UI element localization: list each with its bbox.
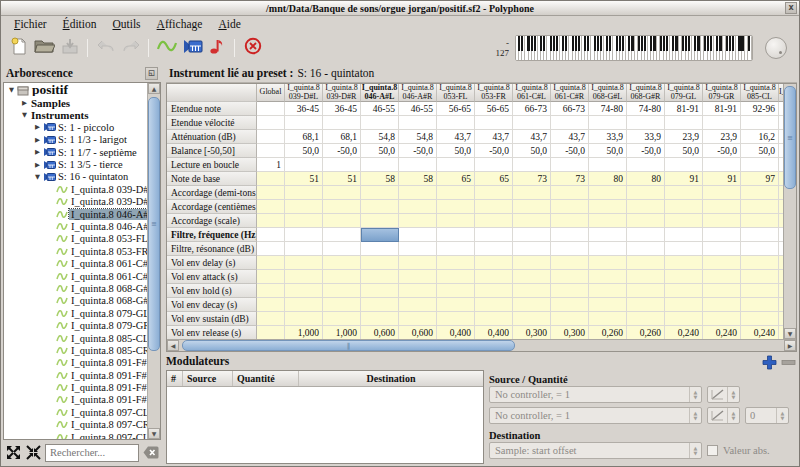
collapse-all-button[interactable] xyxy=(5,445,21,460)
table-cell[interactable]: 0,600 xyxy=(399,326,437,339)
table-cell[interactable] xyxy=(513,270,551,284)
table-cell[interactable] xyxy=(475,214,513,228)
tree-item-i-quinta-8-039-d-l[interactable]: I_quinta.8 039-D#L xyxy=(4,183,147,195)
table-cell[interactable] xyxy=(551,116,589,130)
table-cell[interactable] xyxy=(361,186,399,200)
table-cell[interactable] xyxy=(257,228,285,242)
table-hscroll-handle[interactable]: ‖ xyxy=(182,340,515,351)
closed-arrow-icon[interactable]: ▶ xyxy=(20,99,29,107)
table-cell[interactable]: 43,7 xyxy=(551,130,589,144)
table-cell[interactable] xyxy=(361,312,399,326)
piano-black-key[interactable] xyxy=(732,36,734,51)
table-cell[interactable]: 80 xyxy=(589,172,627,186)
table-cell[interactable]: 36-45 xyxy=(323,102,361,116)
column-header-i-quinta-8-046-a-l[interactable]: I_quinta.8046-A#L xyxy=(361,84,399,102)
table-cell[interactable] xyxy=(513,284,551,298)
window-close-button[interactable]: x xyxy=(785,2,797,14)
table-cell[interactable] xyxy=(399,284,437,298)
column-header-i-quinta-8-039-d-r[interactable]: I_quinta.8039-D#R xyxy=(323,84,361,102)
piano-black-key[interactable] xyxy=(672,36,674,51)
table-cell[interactable] xyxy=(627,200,665,214)
table-cell[interactable]: 50,0 xyxy=(285,144,323,158)
column-header-i-quinta-8-085-cl[interactable]: I_quinta.8085-CL xyxy=(741,84,779,102)
table-cell[interactable]: 68,1 xyxy=(323,130,361,144)
column-header-i-quinta-8-061-c-r[interactable]: I_quinta.8061-C#R xyxy=(551,84,589,102)
table-cell[interactable] xyxy=(741,116,779,130)
piano-black-key[interactable] xyxy=(531,36,533,51)
table-cell[interactable]: 36-45 xyxy=(285,102,323,116)
piano-black-key[interactable] xyxy=(644,36,646,51)
open-file-button[interactable] xyxy=(32,36,57,60)
add-modulator-button[interactable] xyxy=(761,355,777,370)
column-header-i-quinta-8-053-fr[interactable]: I_quinta.8053-FR xyxy=(475,84,513,102)
table-cell[interactable]: 1,000 xyxy=(285,326,323,339)
table-cell[interactable] xyxy=(513,200,551,214)
table-cell[interactable] xyxy=(323,284,361,298)
table-cell[interactable] xyxy=(665,228,703,242)
tree-item-i-quinta-8-091-f-l[interactable]: I_quinta.8 091-F#L xyxy=(4,357,147,369)
table-cell[interactable] xyxy=(665,200,703,214)
tree-item-i-quinta-8-068-g-r[interactable]: I_quinta.8 068-G#R xyxy=(4,295,147,307)
table-cell[interactable] xyxy=(257,312,285,326)
table-cell[interactable] xyxy=(285,158,323,172)
table-cell[interactable] xyxy=(437,116,475,130)
table-cell[interactable]: 0,240 xyxy=(665,326,703,339)
open-arrow-icon[interactable]: ▼ xyxy=(7,86,16,94)
table-cell[interactable] xyxy=(475,186,513,200)
table-cell[interactable] xyxy=(399,228,437,242)
piano-black-key[interactable] xyxy=(600,36,602,51)
table-cell[interactable] xyxy=(361,158,399,172)
table-cell[interactable] xyxy=(257,130,285,144)
table-cell[interactable]: 0,400 xyxy=(437,326,475,339)
table-horizontal-scrollbar[interactable]: ◀ ‖ ▶ xyxy=(167,339,796,351)
table-cell[interactable]: 50,0 xyxy=(665,144,703,158)
column-header-i-quinta-8-079-gr[interactable]: I_quinta.8079-GR xyxy=(703,84,741,102)
tree-item-i-quinta-8-091-f-l[interactable]: I_quinta.8 091-F#L xyxy=(4,381,147,393)
tree-item-i-quinta-8-085-cl[interactable]: I_quinta.8 085-CL xyxy=(4,332,147,344)
table-cell[interactable] xyxy=(703,158,741,172)
source2-curve-button[interactable]: ▲▼ xyxy=(707,407,740,424)
table-cell[interactable]: 81-91 xyxy=(703,102,741,116)
table-cell[interactable] xyxy=(741,158,779,172)
tree-item-i-quinta-8-091-f-r[interactable]: I_quinta.8 091-F#R xyxy=(4,369,147,381)
table-cell[interactable] xyxy=(513,186,551,200)
table-cell[interactable] xyxy=(741,312,779,326)
table-cell[interactable] xyxy=(551,186,589,200)
table-cell[interactable] xyxy=(475,116,513,130)
remove-modulator-button[interactable] xyxy=(780,355,796,370)
table-cell[interactable] xyxy=(437,214,475,228)
piano-black-key[interactable] xyxy=(584,36,586,51)
table-cell[interactable]: 0,260 xyxy=(589,326,627,339)
tree-item-i-quinta-8-068-g-l[interactable]: I_quinta.8 068-G#L xyxy=(4,282,147,294)
table-cell[interactable]: 0,300 xyxy=(513,326,551,339)
table-cell[interactable]: 65 xyxy=(437,172,475,186)
piano-black-key[interactable] xyxy=(578,36,580,51)
piano-black-key[interactable] xyxy=(594,36,596,51)
piano-black-key[interactable] xyxy=(622,36,624,51)
table-cell[interactable]: 73 xyxy=(513,172,551,186)
tree-item-i-quinta-8-046-a-l[interactable]: I_quinta.8 046-A#L xyxy=(4,208,147,220)
table-cell[interactable] xyxy=(589,256,627,270)
table-cell[interactable] xyxy=(361,200,399,214)
table-cell[interactable]: -50,0 xyxy=(323,144,361,158)
table-cell[interactable] xyxy=(551,214,589,228)
column-header-i-quinta-8-053-fl[interactable]: I_quinta.8053-FL xyxy=(437,84,475,102)
modulators-header-destination[interactable]: Destination xyxy=(299,371,483,386)
amount-spinbox[interactable]: 0 ▲▼ xyxy=(745,407,789,424)
table-cell[interactable] xyxy=(589,270,627,284)
piano-black-key[interactable] xyxy=(719,36,721,51)
table-cell[interactable] xyxy=(361,298,399,312)
table-cell[interactable]: 33,9 xyxy=(589,130,627,144)
table-cell[interactable] xyxy=(437,186,475,200)
table-cell[interactable] xyxy=(475,284,513,298)
piano-black-key[interactable] xyxy=(748,36,750,51)
table-cell[interactable] xyxy=(285,200,323,214)
piano-black-key[interactable] xyxy=(609,36,611,51)
table-cell[interactable] xyxy=(703,270,741,284)
table-cell[interactable] xyxy=(703,242,741,256)
table-cell[interactable] xyxy=(361,214,399,228)
table-cell[interactable] xyxy=(399,298,437,312)
tree-item-samples[interactable]: ▶Samples xyxy=(4,96,147,108)
piano-black-key[interactable] xyxy=(650,36,652,51)
table-cell[interactable]: 74-80 xyxy=(589,102,627,116)
